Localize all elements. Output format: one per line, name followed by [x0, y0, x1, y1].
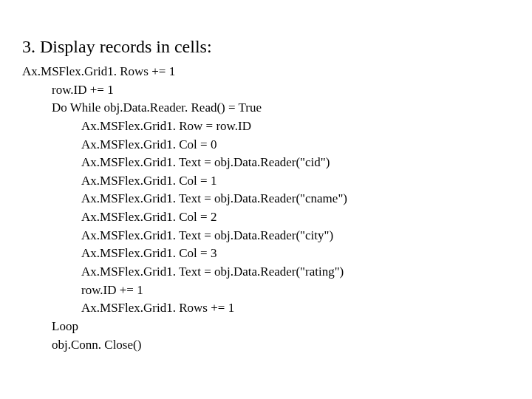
code-line: row.ID += 1: [22, 81, 510, 100]
code-line: Do While obj.Data.Reader. Read() = True: [22, 99, 510, 117]
code-line: Ax.MSFlex.Grid1. Col = 3: [22, 245, 510, 263]
code-line: Ax.MSFlex.Grid1. Text = obj.Data.Reader(…: [22, 263, 510, 282]
section-heading: 3. Display records in cells:: [22, 37, 510, 57]
code-line: Loop: [22, 318, 510, 336]
code-line: Ax.MSFlex.Grid1. Rows += 1: [22, 299, 510, 318]
code-line: Ax.MSFlex.Grid1. Row = row.ID: [22, 117, 510, 136]
code-line: row.ID += 1: [22, 282, 510, 300]
code-line: Ax.MSFlex.Grid1. Text = obj.Data.Reader(…: [22, 190, 510, 208]
code-line: Ax.MSFlex.Grid1. Col = 0: [22, 136, 510, 154]
code-line: obj.Conn. Close(): [22, 336, 510, 355]
code-line: Ax.MSFlex.Grid1. Rows += 1: [22, 63, 510, 81]
slide-page: 3. Display records in cells: Ax.MSFlex.G…: [0, 0, 532, 376]
code-line: Ax.MSFlex.Grid1. Text = obj.Data.Reader(…: [22, 227, 510, 245]
code-line: Ax.MSFlex.Grid1. Col = 1: [22, 172, 510, 191]
code-line: Ax.MSFlex.Grid1. Col = 2: [22, 208, 510, 227]
code-line: Ax.MSFlex.Grid1. Text = obj.Data.Reader(…: [22, 154, 510, 172]
code-block: Ax.MSFlex.Grid1. Rows += 1 row.ID += 1 D…: [22, 63, 510, 354]
